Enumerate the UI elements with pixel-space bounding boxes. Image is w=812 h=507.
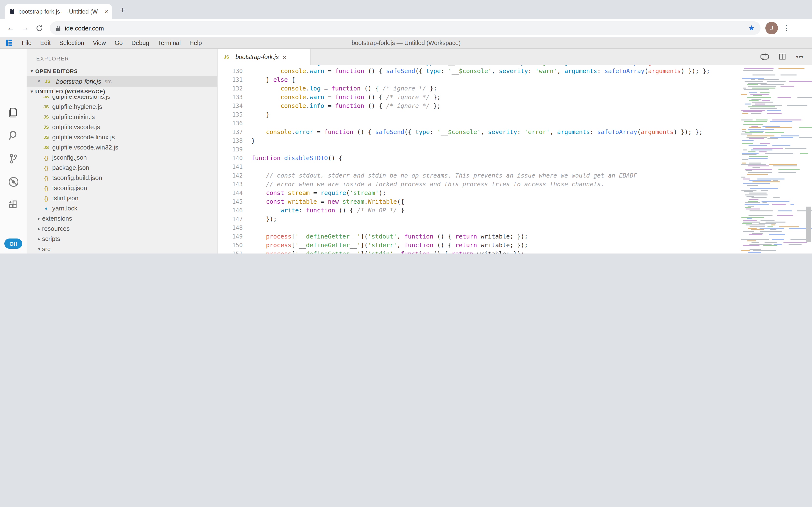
code-line-139[interactable]: 139	[217, 145, 812, 154]
code-line-149[interactable]: 149 process['__defineGetter__']('stdout'…	[217, 232, 812, 241]
code-line-134[interactable]: 134 console.info = function () { /* igno…	[217, 102, 812, 110]
menu-item-edit[interactable]: Edit	[36, 40, 55, 46]
file-item-tsconfig.build.json[interactable]: {}tsconfig.build.json	[26, 173, 217, 183]
toggle-changes-icon[interactable]	[760, 53, 769, 61]
avatar[interactable]: J	[765, 22, 778, 34]
open-editors-section[interactable]: ▾ OPEN EDITORS	[26, 66, 217, 76]
file-item-jsconfig.json[interactable]: {}jsconfig.json	[26, 152, 217, 163]
extensions-icon[interactable]	[7, 199, 20, 211]
debug-disabled-icon[interactable]	[7, 176, 20, 188]
code-line-142[interactable]: 142 // const stdout, stderr and stdin be…	[217, 171, 812, 180]
explorer-icon[interactable]	[7, 106, 20, 118]
file-name: gulpfile.vscode.linux.js	[52, 133, 115, 141]
editor-scrollbar[interactable]	[806, 207, 811, 242]
file-item-package.json[interactable]: {}package.json	[26, 163, 217, 173]
source-control-icon[interactable]	[7, 152, 20, 165]
code-editor[interactable]: 129 console.log = function () { safeSend…	[217, 65, 812, 253]
editor-tab-close-icon[interactable]: ×	[283, 53, 286, 61]
line-number: 147	[217, 215, 251, 224]
line-number: 135	[217, 110, 251, 119]
file-item-extensions[interactable]: ▸extensions	[26, 213, 217, 224]
code-line-132[interactable]: 132 console.log = function () { /* ignor…	[217, 84, 812, 93]
json-file-icon: {}	[42, 195, 50, 201]
code-line-140[interactable]: 140function disableSTDIO() {	[217, 154, 812, 163]
code-line-138[interactable]: 138}	[217, 136, 812, 145]
menu-items: FileEditSelectionViewGoDebugTerminalHelp	[17, 40, 206, 46]
file-item-gulpfile.vscode.win32.js[interactable]: JSgulpfile.vscode.win32.js	[26, 142, 217, 152]
code-line-144[interactable]: 144 const stream = require('stream');	[217, 189, 812, 198]
file-item-src[interactable]: ▾src	[26, 244, 217, 253]
code-line-146[interactable]: 146 write: function () { /* No OP */ }	[217, 206, 812, 215]
code-line-145[interactable]: 145 const writable = new stream.Writable…	[217, 198, 812, 206]
code-line-131[interactable]: 131 } else {	[217, 75, 812, 84]
file-item-gulpfile.vscode.linux.js[interactable]: JSgulpfile.vscode.linux.js	[26, 132, 217, 142]
url-text[interactable]: ide.coder.com	[65, 24, 748, 32]
back-button[interactable]: ←	[7, 24, 14, 33]
search-icon[interactable]	[7, 129, 20, 142]
screen: bootstrap-fork.js — Untitled (W × + ← → …	[0, 0, 812, 253]
file-item-gulpfile.extensions.js[interactable]: JSgulpfile.extensions.js	[26, 96, 217, 102]
editor-tab[interactable]: JS bootstrap-fork.js ×	[217, 49, 311, 65]
js-file-icon: JS	[44, 79, 52, 84]
file-item-yarn.lock[interactable]: ●yarn.lock	[26, 203, 217, 213]
line-number: 143	[217, 180, 251, 189]
file-name: resources	[42, 225, 70, 232]
twisty-icon: ▸	[36, 236, 42, 241]
file-item-scripts[interactable]: ▸scripts	[26, 234, 217, 244]
close-icon[interactable]: ×	[37, 78, 41, 84]
minimap[interactable]	[739, 65, 801, 253]
file-item-resources[interactable]: ▸resources	[26, 224, 217, 234]
forward-button[interactable]: →	[21, 24, 29, 33]
browser-tab[interactable]: bootstrap-fork.js — Untitled (W ×	[5, 4, 112, 19]
menu-item-selection[interactable]: Selection	[55, 40, 88, 46]
workspace-section[interactable]: ▾ UNTITLED (WORKSPACE)	[26, 87, 217, 96]
code-line-148[interactable]: 148	[217, 224, 812, 232]
code-line-147[interactable]: 147 });	[217, 215, 812, 224]
menu-item-terminal[interactable]: Terminal	[153, 40, 185, 46]
menu-item-file[interactable]: File	[17, 40, 36, 46]
code-lines: 129 console.log = function () { safeSend…	[217, 65, 812, 253]
code-line-141[interactable]: 141	[217, 163, 812, 171]
file-name: src	[42, 245, 51, 252]
reload-button[interactable]	[36, 24, 43, 32]
json-file-icon: {}	[42, 155, 50, 160]
file-item-gulpfile.vscode.js[interactable]: JSgulpfile.vscode.js	[26, 122, 217, 132]
code-line-135[interactable]: 135 }	[217, 110, 812, 119]
editor-group: JS bootstrap-fork.js × ••• 129 console.l…	[217, 49, 812, 253]
code-line-150[interactable]: 150 process['__defineGetter__']('stderr'…	[217, 241, 812, 249]
file-name: gulpfile.extensions.js	[52, 96, 110, 100]
code-line-137[interactable]: 137 console.error = function () { safeSe…	[217, 128, 812, 136]
js-file-icon: JS	[42, 114, 50, 119]
file-name: jsconfig.json	[52, 154, 87, 161]
code-line-151[interactable]: 151 process['__defineGetter__']('stdin',…	[217, 249, 812, 253]
app-logo-icon	[5, 39, 13, 47]
line-number: 140	[217, 154, 251, 163]
file-item-gulpfile.mixin.js[interactable]: JSgulpfile.mixin.js	[26, 112, 217, 122]
new-tab-button[interactable]: +	[120, 5, 125, 15]
menu-item-view[interactable]: View	[88, 40, 110, 46]
browser-menu-icon[interactable]: ⋮	[783, 24, 790, 33]
lock-icon	[56, 25, 61, 31]
address-bar[interactable]: ide.coder.com ★	[50, 21, 760, 35]
more-actions-icon[interactable]: •••	[796, 53, 804, 61]
line-number: 137	[217, 128, 251, 136]
json-file-icon: {}	[42, 185, 50, 191]
activity-bar: Off	[0, 49, 27, 253]
code-line-136[interactable]: 136	[217, 119, 812, 128]
code-line-133[interactable]: 133 console.warn = function () { /* igno…	[217, 93, 812, 102]
menu-item-go[interactable]: Go	[110, 40, 127, 46]
file-item-tslint.json[interactable]: {}tslint.json	[26, 193, 217, 203]
bookmark-star-icon[interactable]: ★	[748, 24, 755, 33]
file-item-tsconfig.json[interactable]: {}tsconfig.json	[26, 183, 217, 193]
code-line-130[interactable]: 130 console.warn = function () { safeSen…	[217, 67, 812, 75]
open-editor-item[interactable]: × JS bootstrap-fork.js src	[26, 76, 217, 87]
chevron-down-icon: ▾	[28, 89, 35, 94]
code-line-143[interactable]: 143 // error when we are inside a forked…	[217, 180, 812, 189]
split-editor-icon[interactable]	[778, 53, 786, 61]
browser-tab-close-icon[interactable]: ×	[105, 8, 108, 15]
menu-item-debug[interactable]: Debug	[127, 40, 153, 46]
file-item-gulpfile.hygiene.js[interactable]: JSgulpfile.hygiene.js	[26, 102, 217, 112]
editor-tab-bar: JS bootstrap-fork.js × •••	[217, 49, 812, 65]
status-badge[interactable]: Off	[4, 238, 22, 249]
menu-item-help[interactable]: Help	[185, 40, 206, 46]
